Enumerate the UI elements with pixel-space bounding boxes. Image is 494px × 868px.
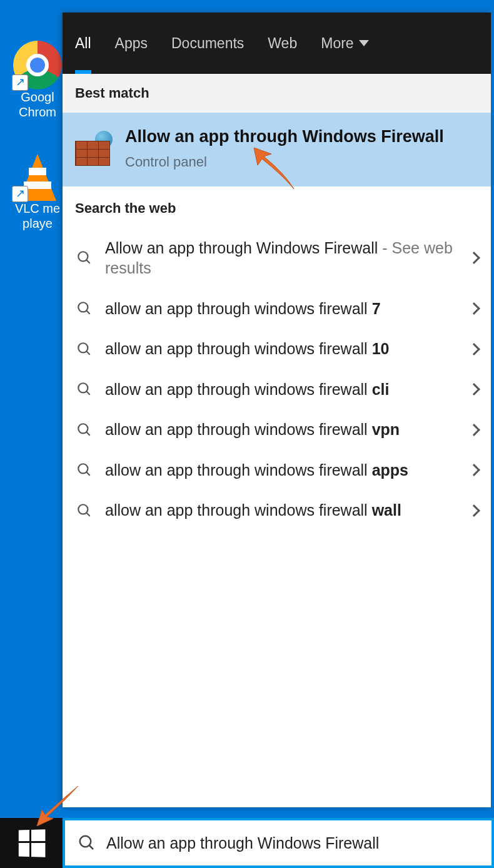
web-result-text: Allow an app through Windows Firewall - … [105, 238, 458, 278]
tab-all[interactable]: All [75, 13, 91, 74]
chevron-right-icon [468, 343, 480, 355]
web-result-text: allow an app through windows firewall cl… [105, 379, 458, 400]
web-result-item[interactable]: allow an app through windows firewall 7 [63, 288, 491, 329]
start-button[interactable] [0, 818, 63, 868]
svg-point-12 [78, 504, 88, 514]
search-icon [75, 380, 94, 399]
tab-apps[interactable]: Apps [115, 13, 148, 74]
web-result-text: allow an app through windows firewall 10 [105, 339, 458, 359]
search-icon [78, 834, 96, 852]
svg-point-10 [78, 464, 88, 473]
web-result-item[interactable]: Allow an app through Windows Firewall - … [63, 228, 491, 288]
web-result-item[interactable]: allow an app through windows firewall cl… [63, 369, 491, 410]
svg-line-5 [86, 351, 89, 354]
svg-line-15 [89, 845, 93, 849]
web-result-text: allow an app through windows firewall ap… [105, 460, 458, 481]
svg-line-3 [86, 310, 89, 314]
shortcut-arrow-icon: ↗ [12, 186, 28, 202]
desktop-icon-label: VLC me playe [13, 201, 63, 231]
chrome-icon: ↗ [13, 41, 62, 89]
web-result-item[interactable]: allow an app through windows firewall ap… [63, 450, 491, 491]
vlc-icon: ↗ [13, 148, 62, 201]
web-result-item[interactable]: allow an app through windows firewall wa… [63, 490, 491, 531]
best-match-result[interactable]: Allow an app through Windows Firewall Co… [63, 113, 491, 186]
shortcut-arrow-icon: ↗ [12, 74, 28, 91]
search-input[interactable] [106, 834, 479, 852]
chevron-right-icon [468, 383, 480, 396]
search-tabs-bar: All Apps Documents Web More [63, 13, 491, 74]
web-results-list: Allow an app through Windows Firewall - … [63, 228, 491, 807]
web-result-text: allow an app through windows firewall vp… [105, 419, 458, 440]
svg-line-13 [86, 513, 89, 516]
svg-point-14 [80, 836, 91, 847]
tab-more[interactable]: More [321, 13, 368, 74]
svg-point-2 [78, 302, 88, 312]
desktop-icons: ↗ Googl Chrom ↗ VLC me playe [13, 41, 63, 231]
chevron-right-icon [468, 302, 480, 315]
desktop-icon-chrome[interactable]: ↗ Googl Chrom [13, 41, 63, 120]
svg-line-1 [86, 260, 89, 263]
web-result-text: allow an app through windows firewall 7 [105, 299, 458, 319]
chevron-right-icon [468, 464, 480, 476]
search-results-panel: All Apps Documents Web More Best match A… [63, 13, 491, 807]
search-icon [75, 461, 94, 479]
svg-line-11 [86, 472, 89, 475]
chevron-right-icon [468, 424, 480, 436]
svg-line-9 [86, 432, 89, 435]
desktop-icon-vlc[interactable]: ↗ VLC me playe [13, 148, 63, 231]
taskbar [0, 818, 494, 868]
chevron-down-icon [359, 40, 369, 46]
best-match-subtitle: Control panel [125, 154, 444, 170]
svg-point-4 [78, 343, 88, 352]
windows-logo-icon [18, 829, 45, 857]
chevron-right-icon [468, 252, 480, 264]
svg-line-7 [86, 391, 89, 394]
best-match-title: Allow an app through Windows Firewall [125, 126, 444, 148]
best-match-header: Best match [63, 74, 491, 113]
svg-point-6 [78, 383, 88, 392]
chevron-right-icon [468, 504, 480, 517]
taskbar-search-box[interactable] [63, 818, 494, 868]
web-result-item[interactable]: allow an app through windows firewall 10 [63, 329, 491, 369]
tab-documents[interactable]: Documents [171, 13, 244, 74]
firewall-icon [75, 131, 113, 166]
search-icon [75, 340, 94, 359]
search-icon [75, 299, 94, 318]
search-icon [75, 501, 94, 520]
tab-web[interactable]: Web [268, 13, 297, 74]
svg-point-0 [78, 252, 88, 262]
search-icon [75, 421, 94, 439]
desktop-icon-label: Googl Chrom [13, 89, 63, 120]
web-result-text: allow an app through windows firewall wa… [105, 500, 458, 521]
web-result-item[interactable]: allow an app through windows firewall vp… [63, 409, 491, 450]
search-icon [75, 248, 94, 267]
svg-point-8 [78, 424, 88, 433]
search-web-header: Search the web [63, 186, 491, 228]
